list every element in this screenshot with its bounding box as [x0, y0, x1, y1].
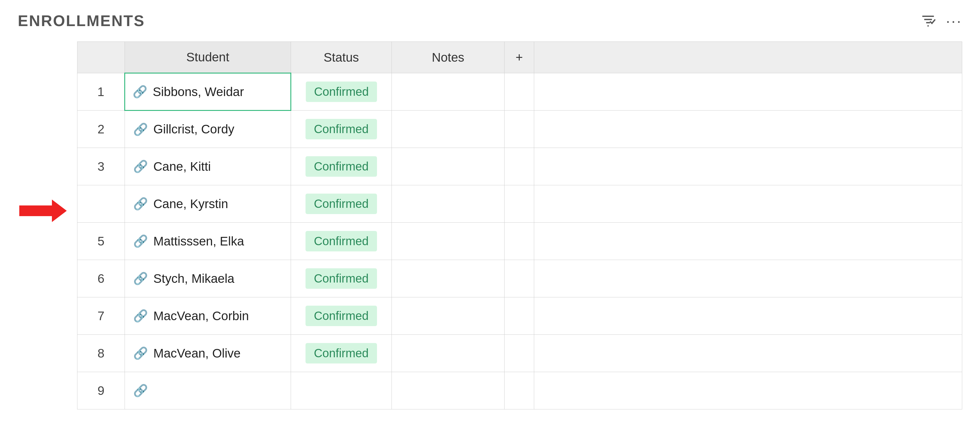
extra-cell: [534, 185, 962, 222]
table-row[interactable]: 1🔗Sibbons, WeidarConfirmed: [77, 73, 962, 111]
plus-cell: [504, 297, 534, 335]
row-number: 7: [77, 297, 125, 335]
table-row[interactable]: 2🔗Gillcrist, CordyConfirmed: [77, 111, 962, 148]
student-name: Gillcrist, Cordy: [153, 122, 234, 137]
status-cell: [291, 372, 392, 409]
header-actions: ···: [919, 12, 962, 30]
col-header-rownum: [77, 42, 125, 73]
plus-cell: [504, 222, 534, 260]
enrollments-table: Student Status Notes + 1🔗Sibbons, Weidar…: [77, 41, 962, 409]
link-icon[interactable]: 🔗: [133, 309, 148, 323]
notes-cell[interactable]: [392, 73, 504, 111]
link-icon[interactable]: 🔗: [133, 346, 148, 360]
notes-cell[interactable]: [392, 260, 504, 297]
row-number: 3: [77, 148, 125, 185]
student-cell[interactable]: 🔗MacVean, Corbin: [125, 297, 291, 335]
status-badge: Confirmed: [305, 194, 377, 214]
row-number: 8: [77, 335, 125, 372]
notes-cell[interactable]: [392, 185, 504, 222]
link-icon[interactable]: 🔗: [133, 272, 148, 286]
student-cell[interactable]: 🔗Gillcrist, Cordy: [125, 111, 291, 148]
plus-cell: [504, 335, 534, 372]
student-name: Mattisssen, Elka: [153, 234, 244, 248]
status-cell: Confirmed: [291, 297, 392, 335]
row-number: 9: [77, 372, 125, 409]
student-cell[interactable]: 🔗Stych, Mikaela: [125, 260, 291, 297]
red-arrow-icon: [19, 200, 67, 221]
status-badge: Confirmed: [305, 268, 377, 289]
link-icon[interactable]: 🔗: [133, 159, 148, 173]
student-cell[interactable]: 🔗Sibbons, Weidar: [125, 73, 291, 111]
link-icon[interactable]: 🔗: [133, 85, 147, 99]
col-header-student: Student: [125, 42, 291, 73]
student-name: MacVean, Corbin: [153, 309, 249, 323]
table-row[interactable]: 5🔗Mattisssen, ElkaConfirmed: [77, 222, 962, 260]
plus-cell: [504, 73, 534, 111]
row-number: 5: [77, 222, 125, 260]
student-name: MacVean, Olive: [153, 346, 240, 361]
student-cell[interactable]: 🔗: [125, 372, 291, 409]
student-cell[interactable]: 🔗Mattisssen, Elka: [125, 222, 291, 260]
status-badge: Confirmed: [305, 306, 377, 326]
extra-cell: [534, 73, 962, 111]
status-badge: Confirmed: [305, 156, 377, 177]
table-header-row: Student Status Notes +: [77, 42, 962, 73]
student-name: Cane, Kyrstin: [153, 197, 228, 211]
link-icon[interactable]: 🔗: [133, 384, 148, 397]
link-icon[interactable]: 🔗: [133, 197, 148, 211]
plus-cell: [504, 185, 534, 222]
status-cell: Confirmed: [291, 111, 392, 148]
extra-cell: [534, 297, 962, 335]
notes-cell[interactable]: [392, 111, 504, 148]
status-badge: Confirmed: [305, 119, 377, 139]
student-cell[interactable]: 🔗MacVean, Olive: [125, 335, 291, 372]
notes-cell[interactable]: [392, 372, 504, 409]
extra-cell: [534, 148, 962, 185]
status-cell: Confirmed: [291, 73, 392, 111]
more-options-icon[interactable]: ···: [946, 12, 962, 30]
status-cell: Confirmed: [291, 260, 392, 297]
plus-cell: [504, 372, 534, 409]
notes-cell[interactable]: [392, 222, 504, 260]
notes-cell[interactable]: [392, 335, 504, 372]
row-number: 1: [77, 73, 125, 111]
extra-cell: [534, 372, 962, 409]
filter-icon[interactable]: [919, 12, 937, 30]
table-row[interactable]: 6🔗Stych, MikaelaConfirmed: [77, 260, 962, 297]
status-badge: Confirmed: [306, 81, 377, 102]
notes-cell[interactable]: [392, 297, 504, 335]
page-title: ENROLLMENTS: [18, 12, 145, 30]
student-name: Stych, Mikaela: [153, 272, 234, 286]
col-header-notes: Notes: [392, 42, 504, 73]
status-badge: Confirmed: [305, 231, 377, 251]
link-icon[interactable]: 🔗: [133, 122, 148, 137]
extra-cell: [534, 335, 962, 372]
student-name: Cane, Kitti: [153, 159, 211, 174]
row-number: [77, 185, 125, 222]
plus-cell: [504, 111, 534, 148]
table-row[interactable]: 7🔗MacVean, CorbinConfirmed: [77, 297, 962, 335]
link-icon[interactable]: 🔗: [133, 234, 148, 248]
row-number: 2: [77, 111, 125, 148]
status-badge: Confirmed: [305, 343, 377, 364]
col-header-plus[interactable]: +: [504, 42, 534, 73]
status-cell: Confirmed: [291, 148, 392, 185]
extra-cell: [534, 260, 962, 297]
status-cell: Confirmed: [291, 222, 392, 260]
page-header: ENROLLMENTS ···: [18, 12, 962, 30]
table-row[interactable]: 3🔗Cane, KittiConfirmed: [77, 148, 962, 185]
student-cell[interactable]: 🔗Cane, Kyrstin: [125, 185, 291, 222]
row-number: 6: [77, 260, 125, 297]
status-cell: Confirmed: [291, 185, 392, 222]
table-row[interactable]: 8🔗MacVean, OliveConfirmed: [77, 335, 962, 372]
extra-cell: [534, 111, 962, 148]
status-cell: Confirmed: [291, 335, 392, 372]
notes-cell[interactable]: [392, 148, 504, 185]
plus-cell: [504, 148, 534, 185]
plus-cell: [504, 260, 534, 297]
student-name: Sibbons, Weidar: [153, 85, 244, 99]
table-row[interactable]: 🔗Cane, KyrstinConfirmed: [77, 185, 962, 222]
table-row[interactable]: 9🔗: [77, 372, 962, 409]
enrollments-table-wrapper: Student Status Notes + 1🔗Sibbons, Weidar…: [77, 41, 962, 409]
student-cell[interactable]: 🔗Cane, Kitti: [125, 148, 291, 185]
